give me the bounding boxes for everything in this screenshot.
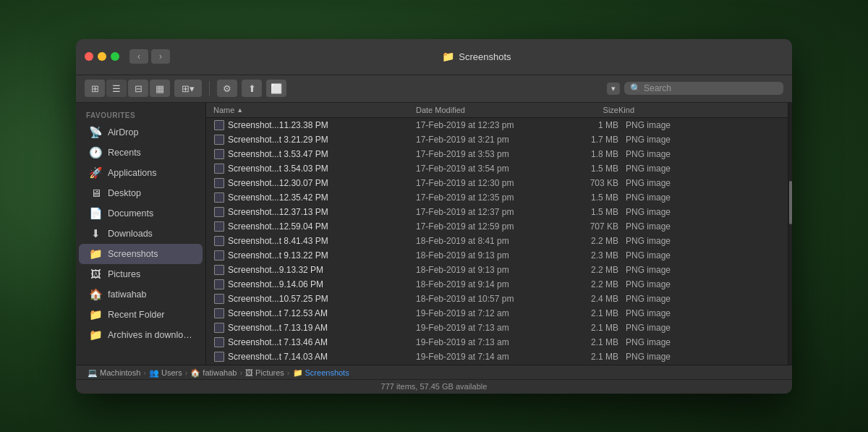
col-header-date[interactable]: Date Modified <box>416 106 561 114</box>
file-kind: PNG image <box>618 250 780 261</box>
file-date: 17-Feb-2019 at 12:30 pm <box>416 178 561 188</box>
minimize-button[interactable] <box>98 52 106 61</box>
file-icon <box>213 351 225 363</box>
settings-button[interactable]: ⚙ <box>217 80 237 97</box>
breadcrumb-pictures[interactable]: 🖼 Pictures <box>245 368 284 377</box>
back-button[interactable]: ‹ <box>129 49 148 64</box>
col-header-size[interactable]: Size <box>561 106 618 114</box>
table-row[interactable]: Screenshot...11.23.38 PM 17-Feb-2019 at … <box>206 118 788 132</box>
search-icon: 🔍 <box>630 83 641 93</box>
column-view-button[interactable]: ⊟ <box>128 80 148 97</box>
table-row[interactable]: Screenshot...12.30.07 PM 17-Feb-2019 at … <box>206 176 788 190</box>
table-row[interactable]: Screenshot...t 7.12.53 AM 19-Feb-2019 at… <box>206 306 788 321</box>
file-date: 18-Feb-2019 at 9:13 pm <box>416 265 561 275</box>
table-row[interactable]: Screenshot...t 3.53.47 PM 17-Feb-2019 at… <box>206 147 788 161</box>
file-name: Screenshot...t 8.41.43 PM <box>228 236 416 246</box>
sidebar-label-fatiwahab: fatiwahab <box>108 289 147 300</box>
file-kind: PNG image <box>618 265 780 275</box>
col-header-name[interactable]: Name ▲ <box>213 106 416 114</box>
png-thumbnail <box>214 294 224 304</box>
table-row[interactable]: Screenshot...9.13.32 PM 18-Feb-2019 at 9… <box>206 263 788 277</box>
file-size: 2.2 MB <box>561 279 618 289</box>
file-size: 2.3 MB <box>561 250 618 261</box>
png-thumbnail <box>214 120 224 130</box>
close-button[interactable] <box>85 52 93 61</box>
table-row[interactable]: Screenshot...t 7.13.19 AM 19-Feb-2019 at… <box>206 321 788 335</box>
scrollbar-thumb[interactable] <box>789 181 792 224</box>
table-row[interactable]: Screenshot...t 7.14.03 AM 19-Feb-2019 at… <box>206 350 788 364</box>
list-view-button[interactable]: ☰ <box>106 80 127 97</box>
user-home-icon: 🏠 <box>190 368 200 378</box>
file-name: Screenshot...9.14.06 PM <box>228 279 416 289</box>
table-row[interactable]: Screenshot...t 3.54.03 PM 17-Feb-2019 at… <box>206 161 788 176</box>
desktop-icon: 🖥 <box>89 187 102 200</box>
icon-view-button[interactable]: ⊞ <box>85 80 105 97</box>
breadcrumb-screenshots[interactable]: 📁 Screenshots <box>293 368 349 378</box>
file-size: 2.1 MB <box>561 323 618 333</box>
table-row[interactable]: Screenshot...12.59.04 PM 17-Feb-2019 at … <box>206 219 788 234</box>
file-date: 18-Feb-2019 at 9:14 pm <box>416 279 561 289</box>
breadcrumb-users[interactable]: 👥 Users <box>149 368 182 378</box>
col-header-kind[interactable]: Kind <box>618 106 780 114</box>
sidebar-item-archives[interactable]: 📁 Archives in downlo… <box>79 325 203 345</box>
sidebar-label-recent-folder: Recent Folder <box>108 310 165 320</box>
file-icon <box>213 192 225 203</box>
sidebar-item-recents[interactable]: 🕐 Recents <box>79 143 203 163</box>
file-name: Screenshot...t 3.21.29 PM <box>228 135 416 145</box>
sidebar-item-airdrop[interactable]: 📡 AirDrop <box>79 122 203 143</box>
sidebar-item-pictures[interactable]: 🖼 Pictures <box>79 264 203 284</box>
breadcrumb-machintosh[interactable]: 💻 Machintosh <box>88 368 140 378</box>
file-icon <box>213 336 225 348</box>
sidebar-item-documents[interactable]: 📄 Documents <box>79 203 203 224</box>
sidebar-item-fatiwahab[interactable]: 🏠 fatiwahab <box>79 284 203 305</box>
file-size: 2.1 MB <box>561 308 618 318</box>
table-row[interactable]: Screenshot...10.57.25 PM 18-Feb-2019 at … <box>206 292 788 306</box>
table-row[interactable]: Screenshot...12.35.42 PM 17-Feb-2019 at … <box>206 190 788 205</box>
forward-button[interactable]: › <box>151 49 170 64</box>
sidebar-item-screenshots[interactable]: 📁 Screenshots <box>79 244 203 264</box>
breadcrumb-fatiwahab[interactable]: 🏠 fatiwahab <box>190 368 237 378</box>
table-row[interactable]: Screenshot...t 3.21.29 PM 17-Feb-2019 at… <box>206 132 788 147</box>
column-headers: Name ▲ Date Modified Size Kind <box>206 103 788 118</box>
sort-arrow: ▲ <box>237 106 243 114</box>
sidebar-item-downloads[interactable]: ⬇ Downloads <box>79 224 203 244</box>
pictures-bc-icon: 🖼 <box>245 368 253 377</box>
table-row[interactable]: Screenshot...t 8.41.43 PM 18-Feb-2019 at… <box>206 234 788 248</box>
file-kind: PNG image <box>618 337 780 347</box>
gallery-dropdown-button[interactable]: ⊞▾ <box>174 80 202 97</box>
sidebar-label-documents: Documents <box>108 208 153 219</box>
table-row[interactable]: Screenshot...12.37.13 PM 17-Feb-2019 at … <box>206 205 788 219</box>
sort-selector[interactable]: ▾ <box>607 82 620 95</box>
table-row[interactable]: Screenshot...t 9.13.22 PM 18-Feb-2019 at… <box>206 248 788 263</box>
tag-button[interactable]: ⬜ <box>266 80 286 97</box>
file-size: 1.5 MB <box>561 207 618 217</box>
nav-buttons: ‹ › <box>129 49 170 64</box>
file-kind: PNG image <box>618 236 780 246</box>
table-row[interactable]: Screenshot...9.14.06 PM 18-Feb-2019 at 9… <box>206 277 788 292</box>
file-date: 17-Feb-2019 at 12:23 pm <box>416 120 561 130</box>
file-size: 1.8 MB <box>561 149 618 159</box>
sidebar-item-applications[interactable]: 🚀 Applications <box>79 163 203 183</box>
file-icon <box>213 250 225 261</box>
screenshots-icon: 📁 <box>89 247 102 261</box>
png-thumbnail <box>214 207 224 217</box>
scrollbar[interactable] <box>788 103 792 365</box>
search-input[interactable] <box>644 83 778 93</box>
maximize-button[interactable] <box>111 52 119 61</box>
file-date: 17-Feb-2019 at 12:35 pm <box>416 192 561 203</box>
breadcrumb-bar: 💻 Machintosh › 👥 Users › 🏠 fatiwahab › 🖼… <box>76 365 792 380</box>
file-date: 18-Feb-2019 at 8:41 pm <box>416 236 561 246</box>
finder-window: ‹ › 📁 Screenshots ⊞ ☰ ⊟ ▦ ⊞▾ ⚙ ⬆ ⬜ ▾ 🔍 <box>76 39 792 394</box>
share-button[interactable]: ⬆ <box>242 80 262 97</box>
documents-icon: 📄 <box>89 207 102 220</box>
applications-icon: 🚀 <box>89 166 102 179</box>
file-size: 2.1 MB <box>561 337 618 347</box>
sidebar-item-recent-folder[interactable]: 📁 Recent Folder <box>79 305 203 325</box>
cover-view-button[interactable]: ▦ <box>150 80 170 97</box>
view-buttons: ⊞ ☰ ⊟ ▦ <box>85 80 170 97</box>
table-row[interactable]: Screenshot...t 7.13.46 AM 19-Feb-2019 at… <box>206 335 788 350</box>
file-date: 19-Feb-2019 at 7:13 am <box>416 323 561 333</box>
sidebar-label-recents: Recents <box>108 148 141 158</box>
sidebar-item-desktop[interactable]: 🖥 Desktop <box>79 183 203 203</box>
window-title: 📁 Screenshots <box>170 51 783 62</box>
